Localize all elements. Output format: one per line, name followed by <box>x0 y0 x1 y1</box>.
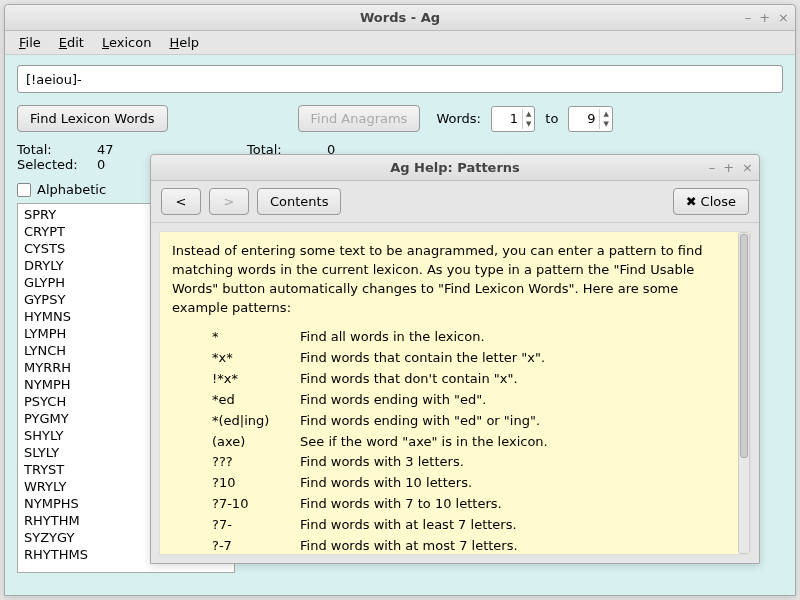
table-row: ?7-Find words with at least 7 letters. <box>212 515 552 536</box>
close-x-icon: ✖ <box>686 194 697 209</box>
help-pattern-table: *Find all words in the lexicon.*x*Find w… <box>212 327 552 555</box>
main-titlebar: Words - Ag – + × <box>5 5 795 31</box>
pattern-cell: ?7-10 <box>212 494 300 515</box>
help-forward-button: > <box>209 188 249 215</box>
maximize-icon[interactable]: + <box>723 160 734 175</box>
main-window-controls: – + × <box>745 10 789 25</box>
total-value: 47 <box>97 142 114 157</box>
menu-help[interactable]: Help <box>161 33 207 52</box>
table-row: *edFind words ending with "ed". <box>212 390 552 411</box>
help-window: Ag Help: Patterns – + × < > Contents ✖Cl… <box>150 154 760 564</box>
help-intro-text: Instead of entering some text to be anag… <box>172 242 738 317</box>
find-lexicon-words-button[interactable]: Find Lexicon Words <box>17 105 168 132</box>
pattern-cell: *ed <box>212 390 300 411</box>
menu-file[interactable]: File <box>11 33 49 52</box>
minimize-icon[interactable]: – <box>745 10 752 25</box>
close-icon[interactable]: × <box>778 10 789 25</box>
spinner-up-icon[interactable]: ▲ <box>523 109 534 119</box>
description-cell: Find words ending with "ed". <box>300 390 552 411</box>
help-contents-button[interactable]: Contents <box>257 188 341 215</box>
description-cell: Find words that don't contain "x". <box>300 369 552 390</box>
table-row: ?-7Find words with at most 7 letters. <box>212 536 552 555</box>
pattern-cell: ?10 <box>212 473 300 494</box>
alphabetic-checkbox[interactable] <box>17 183 31 197</box>
pattern-cell: ??? <box>212 452 300 473</box>
description-cell: Find words with 7 to 10 letters. <box>300 494 552 515</box>
table-row: ???Find words with 3 letters. <box>212 452 552 473</box>
to-label: to <box>545 111 558 126</box>
help-window-controls: – + × <box>709 160 753 175</box>
controls-row: Find Lexicon Words Find Anagrams Words: … <box>17 105 783 132</box>
words-to-input[interactable] <box>569 111 599 126</box>
pattern-cell: *(ed|ing) <box>212 411 300 432</box>
table-row: (axe)See if the word "axe" is in the lex… <box>212 432 552 453</box>
help-back-button[interactable]: < <box>161 188 201 215</box>
menu-lexicon[interactable]: Lexicon <box>94 33 159 52</box>
words-to-spinner[interactable]: ▲▼ <box>568 106 612 132</box>
help-window-title: Ag Help: Patterns <box>151 160 759 175</box>
spinner-down-icon[interactable]: ▼ <box>523 119 534 129</box>
menubar: File Edit Lexicon Help <box>5 31 795 55</box>
minimize-icon[interactable]: – <box>709 160 716 175</box>
words-from-input[interactable] <box>492 111 522 126</box>
table-row: ?10Find words with 10 letters. <box>212 473 552 494</box>
help-close-button[interactable]: ✖Close <box>673 188 749 215</box>
words-label: Words: <box>436 111 481 126</box>
selected-value: 0 <box>97 157 105 172</box>
description-cell: Find words with 3 letters. <box>300 452 552 473</box>
selected-label: Selected: <box>17 157 97 172</box>
pattern-cell: (axe) <box>212 432 300 453</box>
pattern-cell: ?7- <box>212 515 300 536</box>
table-row: ?7-10Find words with 7 to 10 letters. <box>212 494 552 515</box>
description-cell: Find words that contain the letter "x". <box>300 348 552 369</box>
spinner-down-icon[interactable]: ▼ <box>600 119 611 129</box>
menu-edit[interactable]: Edit <box>51 33 92 52</box>
table-row: !*x*Find words that don't contain "x". <box>212 369 552 390</box>
words-from-spinner[interactable]: ▲▼ <box>491 106 535 132</box>
table-row: *x*Find words that contain the letter "x… <box>212 348 552 369</box>
description-cell: Find words with at most 7 letters. <box>300 536 552 555</box>
pattern-cell: ?-7 <box>212 536 300 555</box>
pattern-cell: *x* <box>212 348 300 369</box>
description-cell: Find words with 10 letters. <box>300 473 552 494</box>
close-label: Close <box>701 194 736 209</box>
find-anagrams-button: Find Anagrams <box>298 105 421 132</box>
maximize-icon[interactable]: + <box>759 10 770 25</box>
close-icon[interactable]: × <box>742 160 753 175</box>
alphabetic-label: Alphabetic <box>37 182 106 197</box>
help-titlebar: Ag Help: Patterns – + × <box>151 155 759 181</box>
help-content: Instead of entering some text to be anag… <box>159 231 751 555</box>
table-row: *(ed|ing)Find words ending with "ed" or … <box>212 411 552 432</box>
pattern-cell: !*x* <box>212 369 300 390</box>
table-row: *Find all words in the lexicon. <box>212 327 552 348</box>
help-scrollbar[interactable] <box>738 232 750 554</box>
spinner-up-icon[interactable]: ▲ <box>600 109 611 119</box>
scrollbar-thumb[interactable] <box>740 234 748 458</box>
pattern-cell: * <box>212 327 300 348</box>
main-window-title: Words - Ag <box>5 10 795 25</box>
pattern-input[interactable] <box>17 65 783 93</box>
description-cell: Find words with at least 7 letters. <box>300 515 552 536</box>
description-cell: Find words ending with "ed" or "ing". <box>300 411 552 432</box>
description-cell: See if the word "axe" is in the lexicon. <box>300 432 552 453</box>
help-toolbar: < > Contents ✖Close <box>151 181 759 223</box>
description-cell: Find all words in the lexicon. <box>300 327 552 348</box>
total-label: Total: <box>17 142 97 157</box>
